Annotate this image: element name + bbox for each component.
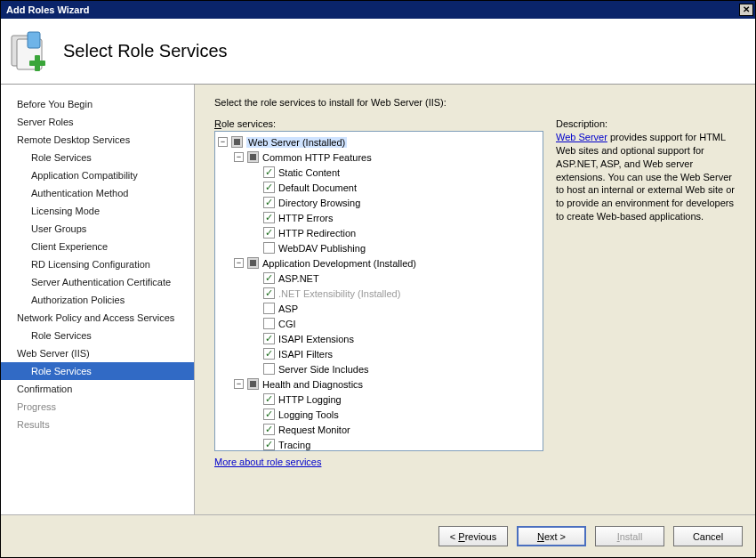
tree-node-label[interactable]: Server Side Includes <box>278 364 369 375</box>
wizard-window: Add Roles Wizard ✕ Select Role Services … <box>0 0 756 558</box>
nav-item[interactable]: Confirmation <box>1 380 194 398</box>
close-button[interactable]: ✕ <box>739 4 753 16</box>
tree-node-label[interactable]: .NET Extensibility (Installed) <box>278 288 400 299</box>
titlebar: Add Roles Wizard ✕ <box>1 1 755 19</box>
tree-node-label[interactable]: CGI <box>278 319 296 329</box>
tree-checkbox[interactable] <box>263 439 275 450</box>
tree-node-label[interactable]: Logging Tools <box>278 409 339 420</box>
nav-item[interactable]: Licensing Mode <box>1 202 194 220</box>
tree-expander-icon[interactable]: − <box>234 152 244 162</box>
tree-node-label[interactable]: Application Development (Installed) <box>262 258 416 269</box>
tree-node-label[interactable]: Tracing <box>278 440 310 450</box>
nav-item[interactable]: Role Services <box>1 327 194 344</box>
tree-node-label[interactable]: ISAPI Extensions <box>278 334 354 344</box>
tree-checkbox[interactable] <box>263 242 275 254</box>
wizard-nav: Before You BeginServer RolesRemote Deskt… <box>1 85 195 514</box>
tree-node-label[interactable]: Web Server (Installed) <box>246 137 347 148</box>
next-button[interactable]: Next > <box>517 526 586 546</box>
nav-item[interactable]: Server Authentication Certificate <box>1 273 194 291</box>
description-link[interactable]: Web Server <box>556 132 607 142</box>
nav-item[interactable]: Application Compatibility <box>1 166 194 184</box>
nav-item[interactable]: Role Services <box>1 149 194 166</box>
tree-node[interactable]: −Application Development (Installed) <box>218 255 543 271</box>
tree-node[interactable]: CGI <box>218 316 543 331</box>
nav-item[interactable]: Server Roles <box>1 113 194 131</box>
cancel-button[interactable]: Cancel <box>673 526 743 546</box>
nav-item[interactable]: Progress <box>1 398 194 416</box>
tree-node-label[interactable]: Health and Diagnostics <box>262 379 363 390</box>
tree-checkbox[interactable] <box>263 272 275 284</box>
nav-item[interactable]: RD Licensing Configuration <box>1 255 194 273</box>
tree-node[interactable]: ASP <box>218 301 543 316</box>
install-button[interactable]: Install <box>595 526 664 546</box>
tree-node[interactable]: ASP.NET <box>218 271 543 286</box>
tree-node-label[interactable]: Default Document <box>278 182 357 193</box>
tree-node[interactable]: .NET Extensibility (Installed) <box>218 286 543 301</box>
nav-item[interactable]: User Groups <box>1 220 194 238</box>
tree-node[interactable]: Logging Tools <box>218 407 543 422</box>
tree-node-label[interactable]: ISAPI Filters <box>278 349 333 360</box>
tree-node[interactable]: Static Content <box>218 165 543 180</box>
tree-expander-icon[interactable]: − <box>234 379 244 389</box>
nav-item[interactable]: Before You Begin <box>1 95 194 113</box>
tree-node[interactable]: −Health and Diagnostics <box>218 376 543 392</box>
tree-node-label[interactable]: ASP <box>278 303 298 314</box>
tree-node-label[interactable]: Directory Browsing <box>278 198 360 208</box>
nav-item[interactable]: Remote Desktop Services <box>1 131 194 149</box>
tree-expander-icon[interactable]: − <box>218 137 228 147</box>
tree-checkbox[interactable] <box>263 227 275 239</box>
tree-checkbox[interactable] <box>263 333 275 344</box>
tree-checkbox[interactable] <box>247 257 259 269</box>
role-services-tree[interactable]: −Web Server (Installed)−Common HTTP Feat… <box>214 131 543 451</box>
tree-checkbox[interactable] <box>263 212 275 223</box>
tree-node[interactable]: Directory Browsing <box>218 195 543 210</box>
tree-node[interactable]: Server Side Includes <box>218 361 543 376</box>
nav-item[interactable]: Web Server (IIS) <box>1 344 194 362</box>
tree-node[interactable]: Request Monitor <box>218 422 543 437</box>
tree-node-label[interactable]: WebDAV Publishing <box>278 243 366 254</box>
tree-node-label[interactable]: ASP.NET <box>278 273 319 284</box>
tree-node-label[interactable]: Common HTTP Features <box>262 152 372 163</box>
nav-item[interactable]: Role Services <box>1 362 194 380</box>
tree-node-label[interactable]: Static Content <box>278 167 340 178</box>
content-row: Role services: −Web Server (Installed)−C… <box>214 118 743 507</box>
tree-checkbox[interactable] <box>263 287 275 299</box>
nav-item[interactable]: Authorization Policies <box>1 291 194 309</box>
nav-item[interactable]: Network Policy and Access Services <box>1 309 194 327</box>
tree-checkbox[interactable] <box>263 393 275 405</box>
description-text: Web Server provides support for HTML Web… <box>556 131 743 223</box>
tree-checkbox[interactable] <box>263 363 275 375</box>
tree-node[interactable]: ISAPI Extensions <box>218 331 543 346</box>
tree-node[interactable]: −Web Server (Installed) <box>218 134 543 150</box>
tree-checkbox[interactable] <box>263 424 275 435</box>
tree-checkbox[interactable] <box>263 348 275 360</box>
tree-expander-icon[interactable]: − <box>234 258 244 268</box>
tree-node[interactable]: HTTP Errors <box>218 210 543 225</box>
tree-node-label[interactable]: HTTP Logging <box>278 394 342 405</box>
tree-node[interactable]: ISAPI Filters <box>218 346 543 361</box>
tree-checkbox[interactable] <box>263 166 275 178</box>
tree-node[interactable]: −Common HTTP Features <box>218 150 543 165</box>
tree-node[interactable]: WebDAV Publishing <box>218 240 543 255</box>
tree-checkbox[interactable] <box>263 318 275 329</box>
tree-checkbox[interactable] <box>263 303 275 314</box>
tree-checkbox[interactable] <box>247 378 259 390</box>
tree-node-label[interactable]: Request Monitor <box>278 425 350 435</box>
more-about-link[interactable]: More about role services <box>214 457 321 467</box>
tree-checkbox[interactable] <box>263 408 275 420</box>
tree-node-label[interactable]: HTTP Errors <box>278 213 334 223</box>
tree-node-label[interactable]: HTTP Redirection <box>278 228 356 239</box>
tree-checkbox[interactable] <box>247 151 259 163</box>
tree-node[interactable]: HTTP Logging <box>218 392 543 407</box>
tree-checkbox[interactable] <box>231 136 243 148</box>
tree-node[interactable]: Default Document <box>218 180 543 195</box>
tree-checkbox[interactable] <box>263 182 275 193</box>
tree-checkbox[interactable] <box>263 197 275 208</box>
window-title: Add Roles Wizard <box>6 4 739 15</box>
tree-node[interactable]: HTTP Redirection <box>218 225 543 240</box>
nav-item[interactable]: Client Experience <box>1 238 194 255</box>
tree-node[interactable]: Tracing <box>218 437 543 451</box>
nav-item[interactable]: Results <box>1 416 194 433</box>
nav-item[interactable]: Authentication Method <box>1 184 194 202</box>
previous-button[interactable]: < Previous <box>438 526 508 546</box>
